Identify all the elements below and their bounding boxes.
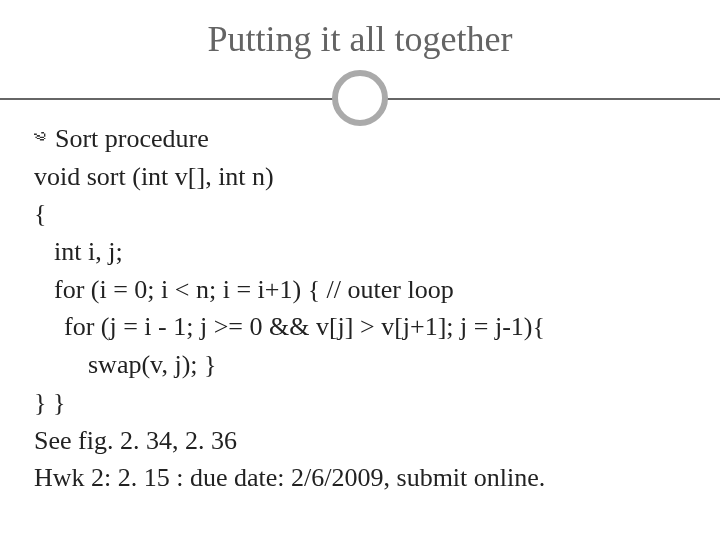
code-line: int i, j; <box>34 233 686 271</box>
reference-line: See fig. 2. 34, 2. 36 <box>34 422 686 460</box>
code-line: swap(v, j); } <box>34 346 686 384</box>
homework-line: Hwk 2: 2. 15 : due date: 2/6/2009, submi… <box>34 459 686 497</box>
title-area: Putting it all together <box>0 0 720 60</box>
ring-icon <box>332 70 388 126</box>
code-line: for (j = i - 1; j >= 0 && v[j] > v[j+1];… <box>34 308 686 346</box>
bullet-text: Sort procedure <box>55 120 209 158</box>
slide-title: Putting it all together <box>0 18 720 60</box>
slide: Putting it all together ༄ Sort procedure… <box>0 0 720 540</box>
code-line: { <box>34 195 686 233</box>
curly-bullet-icon: ༄ <box>34 123 45 155</box>
code-line: } } <box>34 384 686 422</box>
code-line: void sort (int v[], int n) <box>34 158 686 196</box>
code-line: for (i = 0; i < n; i = i+1) { // outer l… <box>34 271 686 309</box>
